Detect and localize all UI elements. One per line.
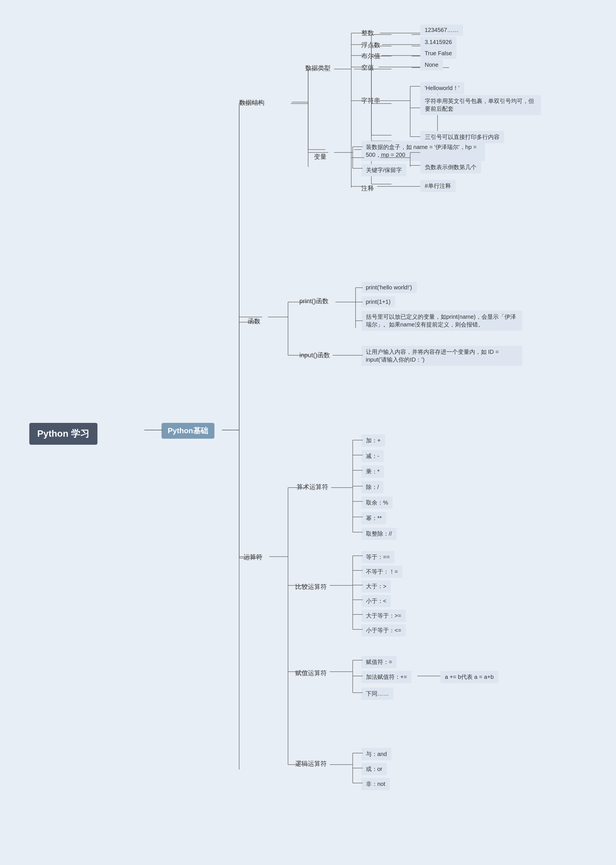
label-bool: 布尔值	[361, 52, 380, 60]
leaf-string1: 'Helloworld！'	[420, 82, 464, 95]
label-logical: 逻辑运算符	[295, 759, 327, 768]
leaf-mul: 乘：*	[361, 465, 384, 478]
leaf-input: 让用户输入内容，并将内容存进一个变量内，如 ID = input('请输入你的I…	[361, 346, 522, 366]
label-assignment: 赋值运算符	[295, 669, 327, 678]
leaf-or: 或：or	[361, 763, 387, 775]
leaf-print3: 括号里可以放已定义的变量，如print(name)，会显示「伊泽瑞尔」。如果na…	[361, 311, 522, 331]
root-label: Python 学习	[38, 429, 90, 439]
leaf-bool-val: True False	[420, 48, 457, 59]
label-string: 字符串	[361, 96, 380, 105]
connector-lines	[21, 11, 596, 846]
all-connector-lines: .conn { stroke: #666; stroke-width: 1.5;…	[21, 11, 596, 846]
leaf-string2: 字符串用英文引号包裹，单双引号均可，但要前后配套	[420, 95, 541, 115]
leaf-same: 下同……	[361, 687, 393, 700]
label-variable: 变量	[314, 153, 327, 161]
leaf-and: 与：and	[361, 748, 391, 760]
leaf-comment-val: #单行注释	[420, 180, 456, 192]
level1-label: Python基础	[168, 426, 208, 435]
mindmap-container: Python 学习 Python基础 数据结构 函数 运算符 数据类型 变量 p…	[21, 11, 596, 846]
leaf-neq: 不等于：！=	[361, 566, 403, 578]
label-print: print()函数	[300, 297, 328, 306]
leaf-eq: 等于：==	[361, 551, 394, 563]
label-none: 空值	[361, 63, 374, 72]
leaf-floordiv: 取整除：//	[361, 528, 397, 540]
label-arithmetic: 算术运算符	[297, 483, 328, 491]
leaf-plus-assign-note: a += b代表 a = a+b	[440, 671, 498, 683]
leaf-lte: 小于等于：<=	[361, 624, 406, 637]
label-functions: 函数	[248, 317, 261, 326]
leaf-print2: print(1+1)	[361, 296, 395, 307]
leaf-integer-val: 1234567……	[420, 24, 464, 36]
label-data-structure: 数据结构	[239, 98, 264, 107]
leaf-div: 除：/	[361, 481, 384, 493]
label-comparison: 比较运算符	[295, 583, 327, 591]
leaf-variable2: 关键字/保留字	[361, 164, 407, 176]
label-integer: 整数	[361, 29, 374, 38]
label-operators: 运算符	[244, 553, 262, 561]
leaf-none-val: None	[420, 59, 443, 71]
leaf-pow: 幂：**	[361, 512, 387, 525]
leaf-float-val: 3.1415926	[420, 36, 457, 48]
root-node: Python 学习	[29, 423, 97, 445]
label-float: 浮点数	[361, 41, 380, 49]
leaf-print1: print('hello world!')	[361, 282, 417, 293]
label-data-types: 数据类型	[305, 64, 330, 72]
label-comment: 注释	[361, 184, 374, 193]
leaf-variable1: 装数据的盒子，如 name = '伊泽瑞尔'，hp = 500，mp = 200	[361, 141, 485, 161]
leaf-plus-assign: 加法赋值符：+=	[361, 671, 412, 683]
level1-node: Python基础	[162, 423, 214, 439]
leaf-not: 非：not	[361, 778, 390, 790]
label-input: input()函数	[300, 351, 330, 359]
leaf-assign: 赋值符：=	[361, 656, 397, 668]
leaf-index2: 负数表示倒数第几个	[420, 161, 481, 173]
leaf-gte: 大于等于：>=	[361, 610, 406, 622]
leaf-lt: 小于：<	[361, 595, 391, 607]
leaf-add: 加：+	[361, 434, 385, 447]
leaf-mod: 取余：%	[361, 496, 393, 509]
leaf-sub: 减：-	[361, 450, 384, 462]
leaf-gt: 大于：>	[361, 580, 391, 592]
